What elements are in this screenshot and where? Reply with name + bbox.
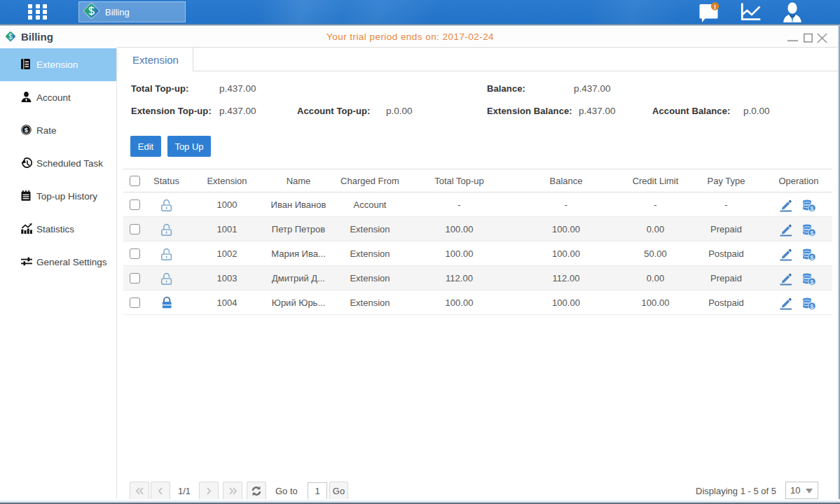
top-up-icon[interactable]: $	[803, 273, 816, 286]
sidebar-item-extension[interactable]: Extension	[0, 48, 116, 81]
sidebar-item-label: Rate	[36, 125, 57, 136]
prev-page-button[interactable]	[151, 482, 170, 500]
svg-text:$: $	[810, 277, 814, 285]
chart-icon[interactable]	[735, 0, 766, 24]
column-header-extension: Extension	[187, 169, 267, 192]
cell-pay-type: Prepaid	[687, 266, 765, 290]
top-up-icon[interactable]: $	[803, 224, 816, 237]
row-checkbox[interactable]	[130, 200, 140, 210]
cell-balance: 100.00	[509, 290, 624, 315]
table-row-1001: 1001Петр ПетровExtension100.00100.000.00…	[123, 217, 832, 241]
sidebar-item-general-settings[interactable]: General Settings	[0, 246, 116, 279]
status-unlocked-icon	[146, 192, 187, 217]
sidebar-item-scheduled-task[interactable]: Scheduled Task	[0, 147, 116, 180]
cell-charged-from: Extension	[330, 266, 410, 290]
apps-grid-dot	[28, 4, 32, 8]
svg-text:$: $	[810, 228, 814, 236]
tab-extension[interactable]: Extension	[118, 48, 193, 71]
stat-label: Account Balance:	[652, 106, 730, 116]
svg-text:!: !	[714, 3, 716, 10]
close-icon[interactable]	[818, 33, 827, 43]
column-header-operation: Operation	[765, 169, 832, 192]
column-header-pay-type: Pay Type	[687, 169, 765, 192]
select-all-checkbox[interactable]	[130, 176, 140, 186]
column-header-charged-from: Charged From	[330, 169, 410, 192]
window-titlebar: Billing Your trial period ends on: 2017-…	[0, 26, 840, 47]
top-up-button[interactable]: Top Up	[167, 136, 211, 157]
first-page-button[interactable]	[130, 482, 149, 500]
topbar-tab-label: Billing	[105, 7, 130, 18]
topup-history-icon	[21, 190, 32, 202]
topbar-billing-tab[interactable]: Billing	[78, 1, 186, 22]
edit-icon[interactable]	[780, 298, 793, 310]
page-size-value: 10	[790, 485, 800, 496]
svg-text:$: $	[810, 302, 814, 309]
stat-value: p.437.00	[219, 106, 256, 116]
page-size-select[interactable]: 10	[785, 482, 818, 499]
cell-name: Юрий Юрь...	[267, 290, 330, 315]
cell-name: Дмитрий Д...	[267, 266, 330, 290]
billing-diamond-icon	[82, 1, 101, 23]
cell-name: Мария Ива...	[267, 241, 330, 266]
sidebar-item-label: Account	[36, 92, 71, 103]
dropdown-arrow-icon	[806, 489, 813, 493]
stat-label: Balance:	[487, 83, 525, 94]
cell-pay-type: Postpaid	[687, 290, 765, 315]
edit-icon[interactable]	[780, 224, 793, 237]
apps-grid-dot	[36, 4, 40, 8]
row-checkbox[interactable]	[130, 298, 140, 308]
minimize-icon[interactable]	[787, 33, 798, 43]
top-up-icon[interactable]: $	[803, 200, 816, 212]
cell-name: Иван Иванов	[267, 192, 330, 217]
apps-grid-dot	[43, 15, 47, 20]
cell-total-top-up: -	[410, 192, 509, 217]
cell-total-top-up: 100.00	[410, 290, 509, 315]
edit-button[interactable]: Edit	[130, 136, 161, 157]
go-button[interactable]: Go	[329, 482, 348, 500]
tab-strip: Extension	[118, 47, 839, 71]
window-controls	[787, 27, 827, 48]
account-icon	[21, 92, 32, 103]
cell-charged-from: Account	[330, 192, 410, 217]
edit-icon[interactable]	[780, 248, 793, 261]
displaying-text: Displaying 1 - 5 of 5	[577, 482, 776, 500]
apps-grid-icon[interactable]	[28, 4, 48, 20]
row-checkbox[interactable]	[130, 224, 140, 234]
cell-credit-limit: 0.00	[624, 266, 687, 290]
status-unlocked-icon	[146, 266, 187, 290]
cell-charged-from: Extension	[330, 290, 410, 315]
sidebar-item-label: Extension	[36, 59, 78, 70]
maximize-icon[interactable]	[804, 33, 813, 43]
user-icon[interactable]	[777, 0, 808, 24]
top-up-icon[interactable]: $	[803, 248, 816, 261]
next-page-button[interactable]	[199, 482, 219, 500]
stat-value: p.0.00	[743, 106, 770, 116]
row-checkbox[interactable]	[130, 248, 140, 259]
top-up-icon[interactable]: $	[803, 298, 816, 310]
stat-label: Account Top-up:	[297, 106, 371, 116]
edit-icon[interactable]	[780, 273, 793, 286]
last-page-button[interactable]	[223, 482, 242, 500]
refresh-button[interactable]	[247, 482, 266, 500]
top-system-bar: Billing !	[0, 0, 840, 24]
sidebar-item-rate[interactable]: $Rate	[0, 114, 116, 147]
status-locked-icon	[146, 290, 187, 315]
cell-charged-from: Extension	[330, 217, 410, 241]
apps-grid-dot	[36, 10, 40, 14]
cell-credit-limit: 50.00	[624, 241, 687, 266]
cell-credit-limit: 0.00	[624, 217, 687, 241]
sidebar-item-top-up-history[interactable]: Top-up History	[0, 180, 116, 213]
sidebar-item-statistics[interactable]: Statistics	[0, 213, 116, 246]
table-row-1004: 1004Юрий Юрь...Extension100.00100.00100.…	[123, 290, 832, 315]
row-checkbox[interactable]	[130, 273, 140, 284]
stat-label: Extension Top-up:	[131, 106, 212, 116]
sidebar-item-account[interactable]: Account	[0, 81, 116, 114]
edit-icon[interactable]	[780, 200, 793, 212]
sidebar-item-label: Statistics	[36, 224, 74, 234]
cell-extension: 1000	[187, 192, 267, 217]
main-content: Extension Total Top-up:p.437.00Balance:p…	[118, 47, 840, 499]
select-all-header	[123, 169, 146, 192]
cell-extension: 1003	[187, 266, 267, 290]
goto-page-input[interactable]	[308, 482, 327, 500]
chat-icon[interactable]: !	[694, 0, 724, 24]
